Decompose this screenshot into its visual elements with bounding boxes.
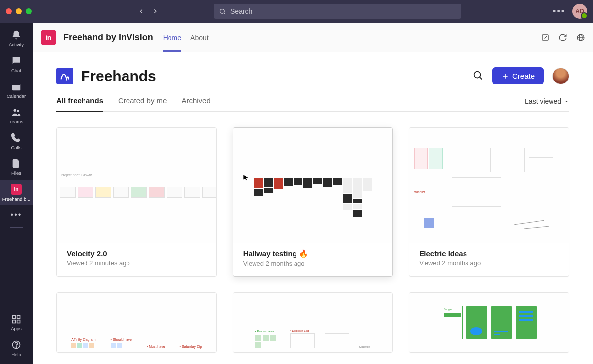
svg-rect-3: [12, 83, 21, 85]
svg-point-0: [220, 9, 225, 13]
card-title: Velocity 2.0: [67, 249, 207, 258]
minimize-window-button[interactable]: [16, 8, 22, 14]
freehand-card[interactable]: Google: [409, 292, 569, 353]
app-header: in Freehand by InVision Home About: [33, 23, 593, 52]
freehand-card[interactable]: Affinity Diagram • Should have • Must ha…: [56, 292, 217, 353]
filter-created-by-me[interactable]: Created by me: [118, 96, 167, 112]
page-body: Freehands Create All freehands Created b…: [33, 52, 593, 364]
card-title: Hallway testing 🔥: [243, 249, 383, 258]
apps-icon: [11, 314, 21, 324]
create-label: Create: [512, 72, 535, 80]
rail-label: Freehand b...: [2, 196, 31, 202]
content-area: in Freehand by InVision Home About Freeh…: [33, 23, 593, 364]
rail-calls[interactable]: Calls: [0, 128, 33, 154]
card-subtitle: Viewed 2 months ago: [243, 260, 383, 267]
global-search[interactable]: [214, 4, 461, 19]
window-controls: [6, 8, 32, 14]
rail-help[interactable]: Help: [0, 335, 33, 361]
freehand-card[interactable]: wishlist Electric Ideas Viewed 2 months …: [409, 127, 569, 277]
filter-row: All freehands Created by me Archived Las…: [56, 96, 569, 112]
svg-point-4: [14, 109, 17, 112]
forward-button[interactable]: [150, 8, 160, 15]
card-thumbnail: wishlist: [409, 128, 569, 243]
plus-icon: [501, 72, 509, 80]
svg-point-11: [16, 347, 16, 347]
rail-apps[interactable]: Apps: [0, 310, 33, 335]
card-thumbnail: Google: [409, 293, 569, 352]
rail-label: Chat: [11, 68, 21, 73]
globe-icon[interactable]: [576, 33, 585, 42]
rail-freehand[interactable]: in Freehand b...: [0, 180, 33, 205]
history-nav: [136, 8, 160, 15]
svg-line-1: [224, 13, 225, 14]
svg-line-17: [480, 77, 482, 79]
bell-icon: [11, 30, 22, 40]
calendar-icon: [11, 81, 22, 92]
create-button[interactable]: Create: [492, 67, 544, 84]
card-title: Electric Ideas: [419, 249, 559, 258]
rail-label: Activity: [9, 42, 24, 47]
chat-icon: [11, 55, 22, 66]
filter-all[interactable]: All freehands: [56, 96, 103, 112]
close-window-button[interactable]: [6, 8, 12, 14]
freehand-card[interactable]: Hallway testing 🔥 Viewed 2 months ago: [233, 127, 393, 277]
rail-label: Apps: [11, 326, 22, 331]
profile-avatar[interactable]: AD: [572, 4, 587, 19]
card-subtitle: Viewed 2 minutes ago: [67, 259, 207, 267]
svg-rect-8: [13, 320, 16, 323]
teams-icon: [11, 107, 22, 118]
search-icon: [219, 8, 226, 15]
popout-icon[interactable]: [541, 33, 550, 42]
page-search-button[interactable]: [472, 70, 483, 82]
svg-rect-9: [17, 320, 20, 323]
chevron-down-icon: [564, 99, 569, 104]
page-title: Freehands: [81, 68, 156, 84]
card-thumbnail: Project brief: Growth: [57, 128, 216, 243]
refresh-icon[interactable]: [558, 33, 567, 42]
more-icon: •••: [11, 209, 22, 220]
rail-label: Calls: [11, 145, 21, 150]
card-thumbnail: Affinity Diagram • Should have • Must ha…: [57, 293, 216, 352]
page-header: Freehands Create: [56, 67, 569, 84]
search-input[interactable]: [230, 7, 456, 15]
svg-rect-6: [13, 316, 16, 319]
svg-point-5: [17, 110, 19, 112]
freehand-card[interactable]: Project brief: Growth Velocity 2.0 Viewe…: [56, 127, 217, 277]
freehand-logo: [56, 68, 73, 84]
tab-about[interactable]: About: [190, 23, 209, 52]
rail-chat[interactable]: Chat: [0, 51, 33, 77]
rail-label: Teams: [9, 119, 23, 124]
card-subtitle: Viewed 2 months ago: [419, 259, 559, 267]
rail-label: Files: [11, 170, 21, 176]
file-icon: [11, 158, 22, 169]
back-button[interactable]: [136, 8, 146, 15]
app-header-actions: [541, 33, 585, 42]
filter-archived[interactable]: Archived: [181, 96, 210, 112]
sort-dropdown[interactable]: Last viewed: [525, 97, 569, 110]
cursor-icon: [242, 174, 249, 181]
rail-label: Calendar: [7, 93, 26, 99]
titlebar: ••• AD: [0, 0, 593, 23]
tab-home[interactable]: Home: [163, 23, 181, 52]
app-tabs: Home About: [163, 23, 209, 52]
rail-label: Help: [11, 352, 21, 357]
invision-icon: in: [11, 184, 22, 195]
rail-more[interactable]: •••: [0, 205, 33, 224]
card-grid: Project brief: Growth Velocity 2.0 Viewe…: [56, 127, 569, 353]
freehand-card[interactable]: • Product area • Decision Log: [233, 292, 393, 353]
rail-files[interactable]: Files: [0, 154, 33, 180]
svg-point-16: [474, 71, 481, 78]
user-avatar[interactable]: [552, 68, 569, 84]
maximize-window-button[interactable]: [26, 8, 32, 14]
svg-rect-7: [17, 316, 20, 319]
rail-divider: [10, 227, 23, 228]
rail-calendar[interactable]: Calendar: [0, 77, 33, 103]
rail-activity[interactable]: Activity: [0, 26, 33, 51]
phone-icon: [11, 132, 22, 143]
app-title: Freehand by InVision: [63, 32, 153, 42]
app-rail: Activity Chat Calendar Teams Calls Files…: [0, 23, 33, 364]
sort-label: Last viewed: [525, 97, 561, 105]
app-logo: in: [41, 30, 56, 45]
more-menu-button[interactable]: •••: [553, 6, 565, 17]
rail-teams[interactable]: Teams: [0, 103, 33, 128]
